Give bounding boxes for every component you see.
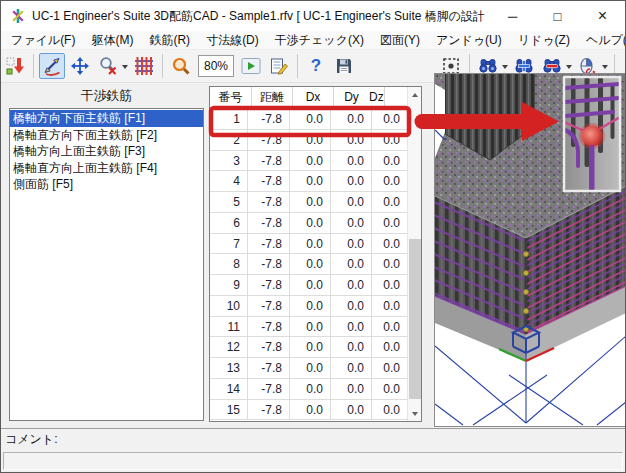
table-row[interactable]: 5 -7.8 0.0 0.0 0.0 [210, 192, 407, 213]
mouse-settings-dropdown-caret[interactable] [602, 65, 608, 72]
menu-item[interactable]: 鉄筋(R) [141, 30, 198, 51]
rebar-list-item[interactable]: 橋軸直方向上面主鉄筋 [F4] [10, 160, 203, 177]
cell-dy: 0.0 [331, 130, 372, 150]
cell-dx: 0.0 [290, 109, 331, 129]
cell-dz: 0.0 [372, 317, 407, 337]
cell-dz: 0.0 [372, 337, 407, 357]
scroll-up-arrow[interactable] [408, 87, 422, 102]
rebar-list-item[interactable]: 橋軸方向上面主鉄筋 [F3] [10, 143, 203, 160]
cell-number: 15 [210, 400, 248, 420]
table-row[interactable]: 4 -7.8 0.0 0.0 0.0 [210, 171, 407, 192]
cell-number: 13 [210, 358, 248, 378]
titlebar: UC-1 Engineer's Suite 3D配筋CAD - Sample1.… [1, 1, 625, 31]
window-title: UC-1 Engineer's Suite 3D配筋CAD - Sample1.… [32, 8, 490, 25]
cell-dy: 0.0 [331, 400, 372, 420]
zoom-cancel-dropdown-caret[interactable] [122, 65, 128, 72]
comment-label: コメント: [5, 432, 57, 446]
cell-dx: 0.0 [290, 171, 331, 191]
table-row[interactable]: 8 -7.8 0.0 0.0 0.0 [210, 254, 407, 275]
menu-item[interactable]: 図面(Y) [372, 30, 428, 51]
cell-distance: -7.8 [248, 171, 290, 191]
cell-dz: 0.0 [372, 192, 407, 212]
rebar-list-item[interactable]: 橋軸方向下面主鉄筋 [F1] [10, 110, 203, 127]
rebar-list-item[interactable]: 橋軸直方向下面主鉄筋 [F2] [10, 127, 203, 144]
help-button[interactable]: ? [303, 53, 329, 79]
panel-title: 干渉鉄筋 [7, 87, 206, 107]
cell-dx: 0.0 [290, 379, 331, 399]
menu-item[interactable]: リドゥ(Z) [510, 30, 578, 51]
rebar-list-item[interactable]: 側面筋 [F5] [10, 176, 203, 193]
table-row[interactable]: 10 -7.8 0.0 0.0 0.0 [210, 296, 407, 317]
cell-distance: -7.8 [248, 400, 290, 420]
menu-item[interactable]: ヘルプ(H) [578, 30, 626, 51]
cell-number: 11 [210, 317, 248, 337]
table-row[interactable]: 9 -7.8 0.0 0.0 0.0 [210, 275, 407, 296]
cell-number: 2 [210, 130, 248, 150]
toolbar-separator [297, 54, 298, 78]
table-main: 番号距離DxDyDz 1 -7.8 0.0 0.0 0.0 2 -7.8 0. [210, 87, 407, 421]
cell-distance: -7.8 [248, 296, 290, 316]
cell-distance: -7.8 [248, 213, 290, 233]
cell-dz: 0.0 [372, 130, 407, 150]
table-row[interactable]: 11 -7.8 0.0 0.0 0.0 [210, 317, 407, 338]
cell-dz: 0.0 [372, 400, 407, 420]
cell-dx: 0.0 [290, 213, 331, 233]
column-header[interactable]: 番号 [210, 87, 252, 108]
menu-item[interactable]: 干渉チェック(X) [267, 30, 372, 51]
save-button[interactable] [331, 53, 357, 79]
cell-dx: 0.0 [290, 275, 331, 295]
cell-distance: -7.8 [248, 151, 290, 171]
cell-dz: 0.0 [372, 109, 407, 129]
grid-button[interactable] [131, 53, 157, 79]
column-header[interactable]: Dz [369, 87, 385, 108]
cell-distance: -7.8 [248, 130, 290, 150]
apply-down-button[interactable] [2, 53, 28, 79]
save-icon [334, 56, 354, 76]
table-row[interactable]: 6 -7.8 0.0 0.0 0.0 [210, 213, 407, 234]
menu-item[interactable]: 寸法線(D) [198, 30, 267, 51]
column-header[interactable]: 距離 [252, 87, 293, 108]
cell-dz: 0.0 [372, 151, 407, 171]
column-header[interactable]: Dy [334, 87, 369, 108]
close-button[interactable]: × [580, 1, 625, 31]
toolbar-separator [33, 54, 34, 78]
table-row[interactable]: 13 -7.8 0.0 0.0 0.0 [210, 358, 407, 379]
search-button[interactable] [168, 53, 194, 79]
cell-number: 3 [210, 151, 248, 171]
find-dropdown-caret[interactable] [502, 65, 508, 72]
comment-bar: コメント: [1, 428, 625, 449]
find-remove-dropdown-caret[interactable] [566, 65, 572, 72]
rotate-view-button[interactable] [39, 53, 65, 79]
table-row[interactable]: 14 -7.8 0.0 0.0 0.0 [210, 379, 407, 400]
table-scrollbar[interactable] [407, 87, 421, 421]
cell-distance: -7.8 [248, 337, 290, 357]
pan-button[interactable] [67, 53, 93, 79]
cell-dz: 0.0 [372, 234, 407, 254]
minimize-button[interactable]: ─ [490, 1, 535, 31]
cell-dx: 0.0 [290, 337, 331, 357]
report-edit-button[interactable] [266, 53, 292, 79]
menu-item[interactable]: ファイル(F) [3, 30, 83, 51]
table-row[interactable]: 3 -7.8 0.0 0.0 0.0 [210, 151, 407, 172]
cell-number: 7 [210, 234, 248, 254]
zoom-level-input[interactable]: 80% [198, 55, 234, 77]
menu-item[interactable]: アンドゥ(U) [428, 30, 510, 51]
column-header[interactable]: Dx [293, 87, 334, 108]
interference-rebar-list[interactable]: 橋軸方向下面主鉄筋 [F1]橋軸直方向下面主鉄筋 [F2]橋軸方向上面主鉄筋 [… [9, 108, 204, 421]
table-row[interactable]: 12 -7.8 0.0 0.0 0.0 [210, 337, 407, 358]
cell-dz: 0.0 [372, 171, 407, 191]
3d-viewport[interactable] [434, 73, 626, 427]
cell-number: 6 [210, 213, 248, 233]
play-button[interactable] [238, 53, 264, 79]
scroll-down-arrow[interactable] [408, 406, 422, 421]
maximize-button[interactable]: □ [535, 1, 580, 31]
scroll-thumb[interactable] [409, 239, 421, 399]
cell-number: 4 [210, 171, 248, 191]
table-row[interactable]: 7 -7.8 0.0 0.0 0.0 [210, 234, 407, 255]
status-bar [1, 449, 625, 473]
menu-item[interactable]: 躯体(M) [83, 30, 141, 51]
table-row[interactable]: 1 -7.8 0.0 0.0 0.0 [210, 109, 407, 130]
table-row[interactable]: 2 -7.8 0.0 0.0 0.0 [210, 130, 407, 151]
zoom-cancel-button[interactable] [95, 53, 121, 79]
table-row[interactable]: 15 -7.8 0.0 0.0 0.0 [210, 400, 407, 421]
